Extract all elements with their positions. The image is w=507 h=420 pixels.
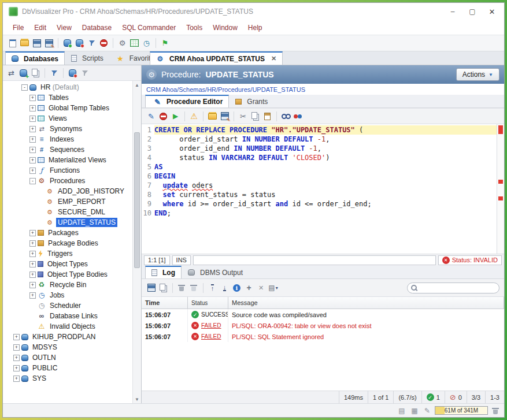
tree-item-sequences[interactable]: +Sequences bbox=[3, 144, 132, 155]
filter-icon[interactable] bbox=[49, 68, 60, 79]
memory-gauge[interactable]: 61M of 341M bbox=[435, 406, 488, 415]
close-icon[interactable] bbox=[256, 283, 267, 293]
filter-off-icon[interactable] bbox=[79, 68, 90, 79]
error-mark[interactable] bbox=[498, 180, 503, 184]
tree-item-package-bodies[interactable]: +Package Bodies bbox=[3, 238, 132, 248]
collapse-toggle[interactable]: - bbox=[29, 178, 36, 184]
execute-flag-icon[interactable] bbox=[160, 38, 171, 49]
error-overview-strip[interactable] bbox=[497, 124, 504, 254]
tree-item-kihub-prodplan[interactable]: +KIHUB_PRODPLAN bbox=[3, 332, 132, 342]
copy-icon[interactable] bbox=[250, 111, 261, 122]
code-line-7[interactable]: 7 update oders bbox=[142, 181, 497, 190]
error-mark[interactable] bbox=[498, 196, 503, 200]
tree-item-procedures[interactable]: -Procedures bbox=[3, 176, 132, 186]
close-button[interactable]: ✕ bbox=[482, 4, 502, 19]
tree-item-secure-dml[interactable]: SECURE_DML bbox=[3, 207, 132, 217]
filter-icon[interactable] bbox=[86, 38, 97, 49]
row-mode-icon[interactable]: ▤ bbox=[397, 406, 407, 416]
titlebar[interactable]: DbVisualizer Pro - CRM Ahoa/Schemas/HR/P… bbox=[3, 3, 504, 20]
code-line-6[interactable]: 6BEGIN bbox=[142, 172, 497, 181]
cut-icon[interactable] bbox=[238, 111, 249, 122]
expand-toggle[interactable]: + bbox=[29, 147, 36, 153]
menu-sql-commander[interactable]: SQL Commander bbox=[117, 21, 181, 34]
folder-open-icon[interactable] bbox=[19, 38, 30, 49]
edit-mode-icon[interactable]: ✎ bbox=[422, 406, 432, 416]
menu-view[interactable]: View bbox=[51, 21, 77, 34]
tree-item-invalid-objects[interactable]: Invalid Objects bbox=[3, 321, 132, 332]
paste-icon[interactable] bbox=[262, 111, 273, 122]
code-line-4[interactable]: 4 status IN VARCHAR2 DEFAULT 'CLOSED') bbox=[142, 153, 497, 162]
minimize-button[interactable]: – bbox=[443, 4, 462, 19]
new-connection-icon[interactable] bbox=[18, 68, 29, 79]
tree-item-add-job-history[interactable]: ADD_JOB_HISTORY bbox=[3, 186, 132, 196]
compare-icon[interactable] bbox=[293, 111, 304, 122]
maximize-button[interactable]: ▢ bbox=[462, 4, 482, 19]
find-icon[interactable] bbox=[280, 111, 291, 122]
scroll-up-icon[interactable]: ▲ bbox=[133, 81, 141, 89]
expand-toggle[interactable]: + bbox=[13, 334, 20, 340]
connections-icon[interactable] bbox=[7, 38, 18, 49]
tab-log[interactable]: Log bbox=[145, 266, 182, 278]
tab-grants[interactable]: Grants bbox=[229, 95, 274, 107]
menu-window[interactable]: Window bbox=[208, 21, 243, 34]
tree-item-outln[interactable]: +OUTLN bbox=[3, 352, 132, 363]
tab-procedure-editor[interactable]: Procedure Editor bbox=[145, 95, 229, 107]
scroll-top-icon[interactable] bbox=[207, 283, 218, 293]
expand-toggle[interactable]: + bbox=[13, 344, 20, 351]
log-row-3[interactable]: 15:06:07FAILEDPL/SQL: SQL Statement igno… bbox=[142, 331, 504, 342]
tab-databases[interactable]: Databases bbox=[5, 51, 65, 65]
tree-item-indexes[interactable]: +Indexes bbox=[3, 134, 132, 144]
expand-toggle[interactable]: + bbox=[29, 230, 36, 236]
export-icon[interactable] bbox=[146, 283, 157, 293]
tree-item-mdsys[interactable]: +MDSYS bbox=[3, 342, 132, 352]
column-header-message[interactable]: Message bbox=[228, 297, 504, 309]
expand-toggle[interactable]: + bbox=[29, 292, 36, 299]
tree-item-object-type-bodies[interactable]: +Object Type Bodies bbox=[3, 269, 132, 280]
code-line-9[interactable]: 9 where id >= order_id_start and id <= o… bbox=[142, 199, 497, 209]
tree-item-object-types[interactable]: +Object Types bbox=[3, 259, 132, 269]
alerts-icon[interactable] bbox=[188, 111, 199, 122]
tree-item-functions[interactable]: +Functions bbox=[3, 165, 132, 176]
log-filter-input[interactable] bbox=[420, 284, 502, 291]
menu-tools[interactable]: Tools bbox=[181, 21, 208, 34]
code-line-1[interactable]: 1CREATE OR REPLACE PROCEDURE "HR"."UPDAT… bbox=[142, 125, 497, 135]
tree-item-sys[interactable]: +SYS bbox=[3, 373, 132, 384]
save-icon[interactable] bbox=[31, 38, 42, 49]
expand-toggle[interactable]: + bbox=[29, 126, 36, 132]
tree-item-hr[interactable]: -HR (Default) bbox=[3, 82, 132, 92]
info-icon[interactable] bbox=[231, 283, 242, 293]
tab-dbms-output[interactable]: DBMS Output bbox=[182, 266, 249, 278]
swap-icon[interactable] bbox=[6, 68, 17, 79]
stop-icon[interactable] bbox=[158, 111, 169, 122]
breadcrumb[interactable]: CRM Ahoa/Schemas/HR/Procedures/UPDATE_ST… bbox=[142, 84, 504, 95]
sql-editor[interactable]: 1CREATE OR REPLACE PROCEDURE "HR"."UPDAT… bbox=[142, 124, 504, 254]
log-row-2[interactable]: 15:06:07FAILEDPL/SQL: ORA-00942: table o… bbox=[142, 320, 504, 331]
log-search-box[interactable] bbox=[407, 283, 499, 293]
expand-toggle[interactable]: + bbox=[13, 376, 20, 382]
tree-item-materialized-views[interactable]: +Materialized Views bbox=[3, 155, 132, 165]
grid-mode-icon[interactable]: ▦ bbox=[409, 406, 420, 416]
tree-item-tables[interactable]: +Tables bbox=[3, 92, 132, 103]
edit-icon[interactable] bbox=[146, 111, 157, 122]
columns-icon[interactable] bbox=[268, 283, 279, 293]
garbage-collect-icon[interactable] bbox=[490, 406, 501, 416]
schedule-icon[interactable] bbox=[141, 38, 152, 49]
code-line-8[interactable]: 8 set current_status = status bbox=[142, 190, 497, 199]
tree-item-emp-report[interactable]: EMP_REPORT bbox=[3, 196, 132, 207]
log-row-1[interactable]: 15:06:07SUCCESSSource code was compiled/… bbox=[142, 309, 504, 320]
close-tab-icon[interactable]: ✕ bbox=[271, 55, 276, 62]
disconnect-icon[interactable] bbox=[67, 68, 78, 79]
tree-item-packages[interactable]: +Packages bbox=[3, 228, 132, 238]
scroll-bottom-icon[interactable] bbox=[219, 283, 230, 293]
copy-connection-icon[interactable] bbox=[30, 68, 41, 79]
execute-icon[interactable] bbox=[170, 111, 181, 122]
tab-crm-ahoa-update-status[interactable]: CRM Ahoa UPDATE_STATUS ✕ bbox=[150, 51, 283, 65]
expand-toggle[interactable]: + bbox=[29, 282, 36, 288]
folder-open-icon[interactable] bbox=[207, 111, 218, 122]
disconnect-icon[interactable] bbox=[74, 38, 85, 49]
expand-toggle[interactable]: + bbox=[29, 105, 36, 111]
expand-toggle[interactable]: + bbox=[29, 240, 36, 247]
actions-button[interactable]: Actions bbox=[456, 68, 499, 81]
expand-toggle[interactable]: + bbox=[29, 116, 36, 122]
connect-icon[interactable] bbox=[62, 38, 73, 49]
